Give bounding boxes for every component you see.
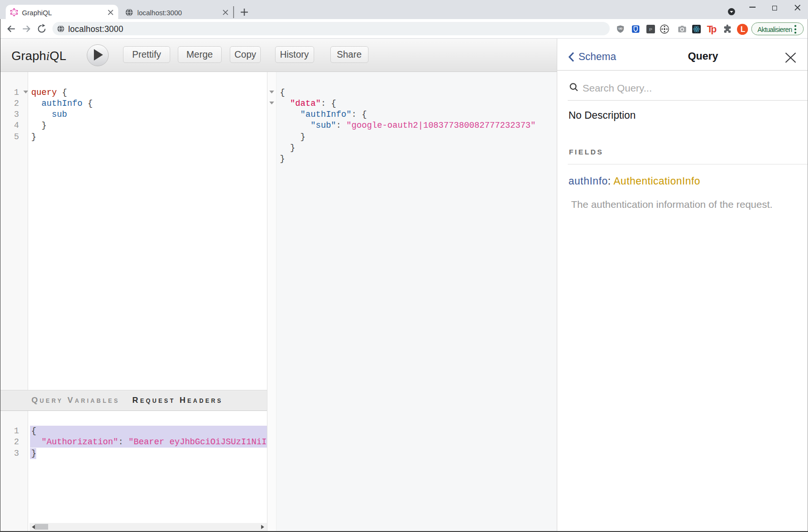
svg-text:UD: UD [618, 27, 622, 30]
svg-text:P: P [649, 27, 653, 32]
